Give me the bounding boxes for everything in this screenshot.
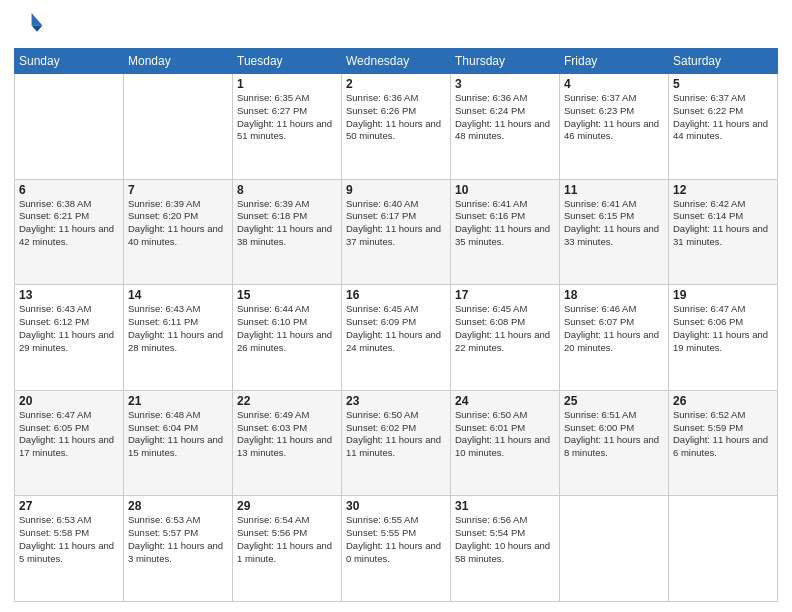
day-number: 22 xyxy=(237,394,337,408)
day-info: Sunrise: 6:45 AM Sunset: 6:08 PM Dayligh… xyxy=(455,303,555,354)
calendar-cell: 6Sunrise: 6:38 AM Sunset: 6:21 PM Daylig… xyxy=(15,179,124,285)
week-row-4: 27Sunrise: 6:53 AM Sunset: 5:58 PM Dayli… xyxy=(15,496,778,602)
calendar-cell: 14Sunrise: 6:43 AM Sunset: 6:11 PM Dayli… xyxy=(124,285,233,391)
weekday-friday: Friday xyxy=(560,49,669,74)
day-info: Sunrise: 6:49 AM Sunset: 6:03 PM Dayligh… xyxy=(237,409,337,460)
day-info: Sunrise: 6:46 AM Sunset: 6:07 PM Dayligh… xyxy=(564,303,664,354)
calendar-cell: 28Sunrise: 6:53 AM Sunset: 5:57 PM Dayli… xyxy=(124,496,233,602)
weekday-saturday: Saturday xyxy=(669,49,778,74)
calendar-cell: 18Sunrise: 6:46 AM Sunset: 6:07 PM Dayli… xyxy=(560,285,669,391)
day-number: 17 xyxy=(455,288,555,302)
day-number: 15 xyxy=(237,288,337,302)
day-number: 27 xyxy=(19,499,119,513)
day-number: 1 xyxy=(237,77,337,91)
day-number: 8 xyxy=(237,183,337,197)
day-info: Sunrise: 6:39 AM Sunset: 6:18 PM Dayligh… xyxy=(237,198,337,249)
day-info: Sunrise: 6:41 AM Sunset: 6:15 PM Dayligh… xyxy=(564,198,664,249)
calendar-cell: 21Sunrise: 6:48 AM Sunset: 6:04 PM Dayli… xyxy=(124,390,233,496)
day-number: 3 xyxy=(455,77,555,91)
day-number: 29 xyxy=(237,499,337,513)
day-number: 21 xyxy=(128,394,228,408)
week-row-3: 20Sunrise: 6:47 AM Sunset: 6:05 PM Dayli… xyxy=(15,390,778,496)
calendar-cell: 15Sunrise: 6:44 AM Sunset: 6:10 PM Dayli… xyxy=(233,285,342,391)
day-number: 25 xyxy=(564,394,664,408)
calendar-cell: 24Sunrise: 6:50 AM Sunset: 6:01 PM Dayli… xyxy=(451,390,560,496)
logo xyxy=(14,10,44,42)
svg-marker-1 xyxy=(32,26,43,32)
day-info: Sunrise: 6:51 AM Sunset: 6:00 PM Dayligh… xyxy=(564,409,664,460)
page: SundayMondayTuesdayWednesdayThursdayFrid… xyxy=(0,0,792,612)
calendar-cell: 30Sunrise: 6:55 AM Sunset: 5:55 PM Dayli… xyxy=(342,496,451,602)
day-info: Sunrise: 6:41 AM Sunset: 6:16 PM Dayligh… xyxy=(455,198,555,249)
week-row-2: 13Sunrise: 6:43 AM Sunset: 6:12 PM Dayli… xyxy=(15,285,778,391)
day-info: Sunrise: 6:50 AM Sunset: 6:02 PM Dayligh… xyxy=(346,409,446,460)
day-number: 31 xyxy=(455,499,555,513)
day-info: Sunrise: 6:55 AM Sunset: 5:55 PM Dayligh… xyxy=(346,514,446,565)
day-info: Sunrise: 6:37 AM Sunset: 6:22 PM Dayligh… xyxy=(673,92,773,143)
day-number: 11 xyxy=(564,183,664,197)
calendar-cell: 16Sunrise: 6:45 AM Sunset: 6:09 PM Dayli… xyxy=(342,285,451,391)
day-info: Sunrise: 6:43 AM Sunset: 6:11 PM Dayligh… xyxy=(128,303,228,354)
day-number: 7 xyxy=(128,183,228,197)
day-number: 2 xyxy=(346,77,446,91)
calendar-cell: 4Sunrise: 6:37 AM Sunset: 6:23 PM Daylig… xyxy=(560,74,669,180)
day-info: Sunrise: 6:35 AM Sunset: 6:27 PM Dayligh… xyxy=(237,92,337,143)
calendar-cell: 7Sunrise: 6:39 AM Sunset: 6:20 PM Daylig… xyxy=(124,179,233,285)
day-info: Sunrise: 6:54 AM Sunset: 5:56 PM Dayligh… xyxy=(237,514,337,565)
calendar-cell: 26Sunrise: 6:52 AM Sunset: 5:59 PM Dayli… xyxy=(669,390,778,496)
calendar-cell: 10Sunrise: 6:41 AM Sunset: 6:16 PM Dayli… xyxy=(451,179,560,285)
day-number: 13 xyxy=(19,288,119,302)
day-number: 12 xyxy=(673,183,773,197)
weekday-thursday: Thursday xyxy=(451,49,560,74)
day-number: 30 xyxy=(346,499,446,513)
calendar-table: SundayMondayTuesdayWednesdayThursdayFrid… xyxy=(14,48,778,602)
weekday-sunday: Sunday xyxy=(15,49,124,74)
calendar-cell: 2Sunrise: 6:36 AM Sunset: 6:26 PM Daylig… xyxy=(342,74,451,180)
calendar-cell: 20Sunrise: 6:47 AM Sunset: 6:05 PM Dayli… xyxy=(15,390,124,496)
day-info: Sunrise: 6:47 AM Sunset: 6:06 PM Dayligh… xyxy=(673,303,773,354)
calendar-cell: 8Sunrise: 6:39 AM Sunset: 6:18 PM Daylig… xyxy=(233,179,342,285)
calendar-cell: 3Sunrise: 6:36 AM Sunset: 6:24 PM Daylig… xyxy=(451,74,560,180)
logo-icon xyxy=(16,10,44,38)
weekday-wednesday: Wednesday xyxy=(342,49,451,74)
day-info: Sunrise: 6:38 AM Sunset: 6:21 PM Dayligh… xyxy=(19,198,119,249)
day-number: 20 xyxy=(19,394,119,408)
weekday-monday: Monday xyxy=(124,49,233,74)
day-info: Sunrise: 6:36 AM Sunset: 6:26 PM Dayligh… xyxy=(346,92,446,143)
header xyxy=(14,10,778,42)
day-info: Sunrise: 6:52 AM Sunset: 5:59 PM Dayligh… xyxy=(673,409,773,460)
day-info: Sunrise: 6:47 AM Sunset: 6:05 PM Dayligh… xyxy=(19,409,119,460)
calendar-cell xyxy=(560,496,669,602)
day-info: Sunrise: 6:37 AM Sunset: 6:23 PM Dayligh… xyxy=(564,92,664,143)
day-number: 18 xyxy=(564,288,664,302)
calendar-cell: 9Sunrise: 6:40 AM Sunset: 6:17 PM Daylig… xyxy=(342,179,451,285)
day-info: Sunrise: 6:44 AM Sunset: 6:10 PM Dayligh… xyxy=(237,303,337,354)
calendar-cell: 12Sunrise: 6:42 AM Sunset: 6:14 PM Dayli… xyxy=(669,179,778,285)
calendar-cell xyxy=(15,74,124,180)
day-number: 5 xyxy=(673,77,773,91)
svg-marker-0 xyxy=(32,13,43,25)
day-info: Sunrise: 6:53 AM Sunset: 5:57 PM Dayligh… xyxy=(128,514,228,565)
day-number: 28 xyxy=(128,499,228,513)
day-info: Sunrise: 6:42 AM Sunset: 6:14 PM Dayligh… xyxy=(673,198,773,249)
day-number: 10 xyxy=(455,183,555,197)
day-info: Sunrise: 6:36 AM Sunset: 6:24 PM Dayligh… xyxy=(455,92,555,143)
calendar-cell xyxy=(669,496,778,602)
day-info: Sunrise: 6:50 AM Sunset: 6:01 PM Dayligh… xyxy=(455,409,555,460)
weekday-header-row: SundayMondayTuesdayWednesdayThursdayFrid… xyxy=(15,49,778,74)
day-number: 26 xyxy=(673,394,773,408)
day-number: 23 xyxy=(346,394,446,408)
calendar-cell: 1Sunrise: 6:35 AM Sunset: 6:27 PM Daylig… xyxy=(233,74,342,180)
calendar-cell: 13Sunrise: 6:43 AM Sunset: 6:12 PM Dayli… xyxy=(15,285,124,391)
calendar-cell: 19Sunrise: 6:47 AM Sunset: 6:06 PM Dayli… xyxy=(669,285,778,391)
weekday-tuesday: Tuesday xyxy=(233,49,342,74)
day-info: Sunrise: 6:56 AM Sunset: 5:54 PM Dayligh… xyxy=(455,514,555,565)
week-row-0: 1Sunrise: 6:35 AM Sunset: 6:27 PM Daylig… xyxy=(15,74,778,180)
calendar-cell: 22Sunrise: 6:49 AM Sunset: 6:03 PM Dayli… xyxy=(233,390,342,496)
calendar-cell: 23Sunrise: 6:50 AM Sunset: 6:02 PM Dayli… xyxy=(342,390,451,496)
day-number: 19 xyxy=(673,288,773,302)
day-number: 16 xyxy=(346,288,446,302)
calendar-cell: 25Sunrise: 6:51 AM Sunset: 6:00 PM Dayli… xyxy=(560,390,669,496)
week-row-1: 6Sunrise: 6:38 AM Sunset: 6:21 PM Daylig… xyxy=(15,179,778,285)
calendar-cell xyxy=(124,74,233,180)
